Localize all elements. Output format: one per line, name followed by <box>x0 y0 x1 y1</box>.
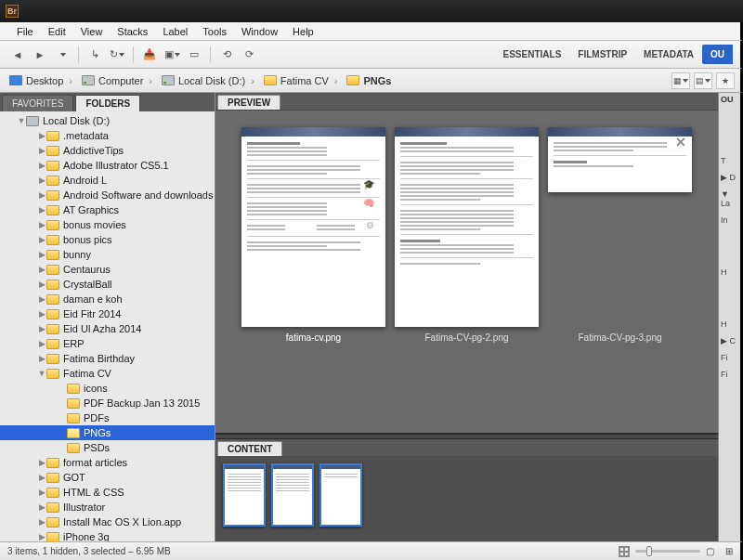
workspace-essentials[interactable]: ESSENTIALS <box>495 45 570 64</box>
tree-row[interactable]: ▶Android Software and downloads <box>0 188 215 202</box>
right-row[interactable]: Fi <box>721 370 728 379</box>
tree-row[interactable]: PDFs <box>0 410 215 425</box>
disclosure-triangle-icon[interactable]: ▶ <box>37 354 46 363</box>
menu-view[interactable]: View <box>73 24 111 39</box>
thumbnail-item[interactable] <box>271 463 314 527</box>
tree-row[interactable]: ▶bunny <box>0 247 215 262</box>
disclosure-triangle-icon[interactable]: ▶ <box>37 339 46 348</box>
tree-row[interactable]: ▶Eid Ul Azha 2014 <box>0 321 215 336</box>
disclosure-triangle-icon[interactable]: ▶ <box>37 294 46 304</box>
tree-row[interactable]: ▶ERP <box>0 336 215 351</box>
disclosure-triangle-icon[interactable]: ▼ <box>17 116 26 125</box>
disclosure-triangle-icon[interactable]: ▶ <box>37 176 46 185</box>
rotate-ccw-button[interactable]: ⟲ <box>216 45 237 65</box>
tree-row[interactable]: ▶Fatima Birthday <box>0 351 215 366</box>
disclosure-triangle-icon[interactable]: ▶ <box>37 146 46 155</box>
preview-item[interactable]: 🎓 🧠 ⚙ <box>241 127 385 327</box>
tree-row[interactable]: ▶bonus movies <box>0 217 215 232</box>
right-row[interactable]: ▶ C <box>721 336 736 345</box>
rotate-cw-button[interactable]: ⟳ <box>239 45 259 65</box>
open-in-dropdown[interactable]: ▣ <box>162 45 182 65</box>
tree-row[interactable]: ▶Android L <box>0 173 215 188</box>
disclosure-triangle-icon[interactable]: ▶ <box>37 488 46 497</box>
view-thumbnails-button[interactable]: ▦ <box>671 72 690 89</box>
crumb-desktop[interactable]: Desktop › <box>6 73 78 88</box>
disclosure-triangle-icon[interactable]: ▶ <box>37 458 46 467</box>
tree-row[interactable]: ▶AT Graphics <box>0 202 215 217</box>
thumbnail-item[interactable] <box>319 463 362 527</box>
menu-help[interactable]: Help <box>285 24 321 39</box>
workspace-output[interactable]: OU <box>702 45 733 64</box>
tree-row[interactable]: ▶format articles <box>0 455 215 470</box>
disclosure-triangle-icon[interactable]: ▶ <box>37 517 46 527</box>
crumb-computer[interactable]: Computer › <box>78 73 158 88</box>
disclosure-triangle-icon[interactable]: ▶ <box>37 502 46 512</box>
tab-preview[interactable]: PREVIEW <box>217 95 280 110</box>
disclosure-triangle-icon[interactable]: ▼ <box>37 369 46 378</box>
tree-row[interactable]: ▶CrystalBall <box>0 277 215 292</box>
sort-button[interactable]: ▤ <box>694 72 712 89</box>
nav-history-dropdown[interactable] <box>52 45 72 65</box>
disclosure-triangle-icon[interactable]: ▶ <box>37 309 46 319</box>
get-photos-button[interactable]: 📥 <box>139 45 160 65</box>
slider-track[interactable] <box>635 550 700 553</box>
lock-icon[interactable]: ⊞ <box>725 546 733 556</box>
thumbnail-item[interactable] <box>223 463 266 527</box>
menu-tools[interactable]: Tools <box>195 24 234 39</box>
nav-forward-button[interactable]: ► <box>30 45 50 65</box>
preview-item[interactable]: ✕ <box>548 127 692 192</box>
disclosure-triangle-icon[interactable]: ▶ <box>37 205 46 215</box>
right-row[interactable]: Fi <box>721 353 728 362</box>
right-row[interactable]: H <box>721 267 727 277</box>
disclosure-triangle-icon[interactable]: ▶ <box>37 473 46 482</box>
right-row[interactable]: T <box>721 156 726 165</box>
disclosure-triangle-icon[interactable]: ▶ <box>37 220 46 229</box>
disclosure-triangle-icon[interactable]: ▶ <box>37 190 46 200</box>
disclosure-triangle-icon[interactable]: ▶ <box>37 131 46 140</box>
menu-file[interactable]: File <box>9 24 41 39</box>
workspace-metadata[interactable]: METADATA <box>635 45 702 64</box>
disclosure-triangle-icon[interactable]: ▶ <box>37 280 46 289</box>
disclosure-triangle-icon[interactable]: ▶ <box>37 235 46 244</box>
right-row[interactable]: In <box>721 215 728 225</box>
tree-row[interactable]: ▶Install Mac OS X Lion.app <box>0 514 215 529</box>
tab-content[interactable]: CONTENT <box>217 441 282 456</box>
right-row[interactable]: ▶ D <box>721 173 736 182</box>
right-row[interactable]: ▼ La <box>721 189 738 208</box>
tab-favorites[interactable]: FAVORITES <box>2 95 73 111</box>
tree-row[interactable]: ▼Local Disk (D:) <box>0 113 215 128</box>
disclosure-triangle-icon[interactable]: ▶ <box>37 161 46 170</box>
tree-row[interactable]: ▶Adobe Illustrator CS5.1 <box>0 158 215 173</box>
tree-row[interactable]: PSDs <box>0 440 215 455</box>
tree-row[interactable]: PNGs <box>0 425 215 440</box>
tab-folders[interactable]: FOLDERS <box>75 95 140 111</box>
menu-stacks[interactable]: Stacks <box>110 24 155 39</box>
preview-item[interactable] <box>395 127 539 327</box>
menu-edit[interactable]: Edit <box>41 24 73 39</box>
menu-window[interactable]: Window <box>234 24 285 39</box>
tree-row[interactable]: ▶GOT <box>0 470 215 485</box>
menu-label[interactable]: Label <box>155 24 195 39</box>
filter-star-button[interactable]: ★ <box>716 72 735 89</box>
slider-thumb[interactable] <box>646 546 652 556</box>
disclosure-triangle-icon[interactable]: ▶ <box>37 265 46 274</box>
tree-row[interactable]: ▶Illustrator <box>0 500 215 514</box>
crumb-folder[interactable]: Fatima CV › <box>260 73 344 88</box>
tree-row[interactable]: ▼Fatima CV <box>0 366 215 381</box>
tree-row[interactable]: ▶Centaurus <box>0 262 215 277</box>
recent-dropdown[interactable]: ↻ <box>107 45 127 65</box>
crumb-current[interactable]: PNGs <box>343 73 395 88</box>
tree-row[interactable]: ▶iPhone 3g <box>0 529 215 541</box>
right-row[interactable]: H <box>721 319 727 329</box>
nav-back-button[interactable]: ◄ <box>7 45 28 65</box>
folder-tree[interactable]: ▼Local Disk (D:)▶.metadata▶AddictiveTips… <box>0 111 215 541</box>
tree-row[interactable]: ▶daman e koh <box>0 292 215 306</box>
disclosure-triangle-icon[interactable]: ▶ <box>37 324 46 333</box>
tree-row[interactable]: icons <box>0 381 215 396</box>
tree-row[interactable]: ▶HTML & CSS <box>0 485 215 500</box>
disclosure-triangle-icon[interactable]: ▶ <box>37 532 46 541</box>
crumb-drive[interactable]: Local Disk (D:) › <box>158 73 260 88</box>
workspace-filmstrip[interactable]: FILMSTRIP <box>569 45 635 64</box>
disclosure-triangle-icon[interactable]: ▶ <box>37 250 46 259</box>
tree-row[interactable]: ▶AddictiveTips <box>0 143 215 158</box>
